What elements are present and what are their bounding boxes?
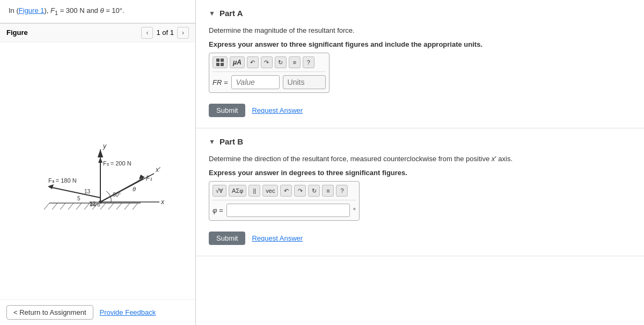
svg-rect-40	[221, 59, 224, 62]
sqrt-icon: √∀	[216, 187, 223, 194]
return-to-assignment-btn[interactable]: < Return to Assignment	[6, 305, 93, 320]
svg-line-9	[108, 203, 114, 210]
part-b-answer-box: √∀ ΑΣφ || vec ↶ ↷ ↻ ≡ ? φ =	[209, 181, 360, 221]
figure-link[interactable]: Figure 1	[19, 6, 45, 15]
problem-statement: In (Figure 1), F1 = 300 N and θ = 10°.	[0, 0, 195, 23]
part-b-request-answer-btn[interactable]: Request Answer	[252, 234, 303, 242]
part-b-label: Part B	[219, 137, 243, 146]
svg-line-5	[76, 203, 82, 210]
svg-text:x: x	[160, 198, 165, 206]
part-a-action-row: Submit Request Answer	[209, 104, 631, 117]
svg-line-2	[52, 203, 57, 210]
right-panel: ▼ Part A Determine the magnitude of the …	[196, 0, 644, 325]
part-b-submit-btn[interactable]: Submit	[209, 232, 245, 245]
svg-line-4	[68, 203, 74, 210]
svg-line-8	[100, 203, 106, 210]
svg-rect-39	[216, 59, 219, 62]
part-b-phi-input[interactable]	[226, 204, 350, 217]
svg-line-1	[44, 203, 49, 210]
svg-point-17	[98, 204, 100, 206]
part-a-question-2: Express your answer to three significant…	[209, 39, 631, 50]
toolbar-help-btn[interactable]: ?	[303, 56, 314, 68]
part-b-input-label: φ =	[213, 206, 223, 214]
part-b-action-row: Submit Request Answer	[209, 232, 631, 245]
toolbar-b-help-btn[interactable]: ?	[336, 185, 348, 197]
page-indicator: 1 of 1	[156, 28, 174, 37]
part-a-collapse-arrow[interactable]: ▼	[209, 10, 215, 17]
part-b-header: ▼ Part B	[209, 137, 631, 146]
svg-text:5: 5	[77, 196, 80, 201]
svg-text:12: 12	[90, 201, 96, 207]
toolbar-b-vec-btn[interactable]: vec	[262, 185, 278, 197]
toolbar-mua-btn[interactable]: μA	[230, 56, 245, 68]
next-figure-btn[interactable]: ›	[177, 27, 189, 39]
toolbar-list-btn[interactable]: ≡	[289, 56, 301, 68]
toolbar-b-refresh-btn[interactable]: ↻	[308, 185, 320, 197]
bottom-actions: < Return to Assignment Provide Feedback	[0, 299, 195, 325]
svg-line-6	[84, 203, 90, 210]
toolbar-redo-btn[interactable]: ↷	[261, 56, 273, 68]
svg-marker-25	[98, 157, 103, 163]
svg-line-30	[100, 178, 143, 202]
svg-text:60°: 60°	[113, 192, 121, 198]
part-a-label: Part A	[219, 9, 243, 18]
part-a-units-input[interactable]	[283, 75, 326, 89]
svg-line-12	[133, 203, 138, 210]
svg-text:F₁: F₁	[146, 175, 152, 182]
prev-figure-btn[interactable]: ‹	[141, 27, 153, 39]
part-a-submit-btn[interactable]: Submit	[209, 104, 245, 117]
part-b-question-2: Express your answer in degrees to three …	[209, 168, 631, 178]
svg-text:F₂ = 200 N: F₂ = 200 N	[103, 160, 131, 167]
svg-line-11	[125, 203, 130, 210]
figure-header: Figure ‹ 1 of 1 ›	[0, 23, 195, 42]
left-panel: In (Figure 1), F1 = 300 N and θ = 10°. F…	[0, 0, 196, 325]
toolbar-b-undo-btn[interactable]: ↶	[280, 185, 292, 197]
figure-title: Figure	[6, 28, 28, 37]
svg-text:y: y	[103, 142, 107, 150]
part-a-input-row: FR =	[213, 75, 326, 89]
svg-text:F₃ = 180 N: F₃ = 180 N	[48, 177, 77, 184]
svg-text:13: 13	[84, 189, 91, 194]
svg-line-27	[49, 187, 100, 198]
vec-icon: vec	[266, 187, 275, 194]
figure-svg-area: y x x′ F₂ = 200 N F₃ = 180 N F₁	[0, 42, 195, 299]
svg-text:x′: x′	[155, 166, 160, 174]
force-diagram: y x x′ F₂ = 200 N F₃ = 180 N F₁	[17, 122, 178, 219]
part-b-collapse-arrow[interactable]: ▼	[209, 138, 215, 146]
svg-rect-42	[221, 63, 224, 66]
figure-nav: ‹ 1 of 1 ›	[141, 27, 189, 39]
part-a-input-label: FR =	[213, 78, 228, 86]
mua-icon: μA	[233, 59, 241, 66]
alpha-icon: ΑΣφ	[232, 187, 243, 194]
toolbar-b-alpha-btn[interactable]: ΑΣφ	[229, 185, 246, 197]
part-a-header: ▼ Part A	[209, 9, 631, 18]
toolbar-b-sqrt-btn[interactable]: √∀	[213, 185, 226, 197]
part-a-answer-box: μA ↶ ↷ ↻ ≡ ? FR =	[209, 53, 330, 93]
part-a-question-1: Determine the magnitude of the resultant…	[209, 25, 631, 36]
toolbar-refresh-btn[interactable]: ↻	[275, 56, 287, 68]
toolbar-b-redo-btn[interactable]: ↷	[294, 185, 306, 197]
toolbar-undo-btn[interactable]: ↶	[247, 56, 259, 68]
toolbar-matrix-btn[interactable]	[213, 56, 228, 68]
part-b-section: ▼ Part B Determine the direction of the …	[196, 128, 644, 256]
svg-rect-41	[216, 63, 219, 66]
degree-symbol: °	[353, 206, 356, 214]
part-a-request-answer-btn[interactable]: Request Answer	[252, 106, 303, 114]
part-b-toolbar: √∀ ΑΣφ || vec ↶ ↷ ↻ ≡ ?	[213, 185, 356, 200]
svg-line-3	[60, 203, 65, 210]
part-b-input-row: φ = °	[213, 204, 356, 217]
figure-area: Figure ‹ 1 of 1 ›	[0, 23, 195, 299]
norm-icon: ||	[253, 187, 256, 194]
part-a-value-input[interactable]	[231, 75, 280, 89]
svg-marker-28	[48, 184, 54, 189]
toolbar-b-norm-btn[interactable]: ||	[248, 185, 260, 197]
toolbar-b-list-btn[interactable]: ≡	[322, 185, 334, 197]
svg-text:θ: θ	[133, 186, 136, 192]
part-b-question-1: Determine the direction of the resultant…	[209, 154, 631, 164]
part-a-section: ▼ Part A Determine the magnitude of the …	[196, 0, 644, 128]
svg-line-10	[116, 203, 122, 210]
provide-feedback-btn[interactable]: Provide Feedback	[100, 308, 156, 316]
part-a-toolbar: μA ↶ ↷ ↻ ≡ ?	[213, 56, 326, 72]
